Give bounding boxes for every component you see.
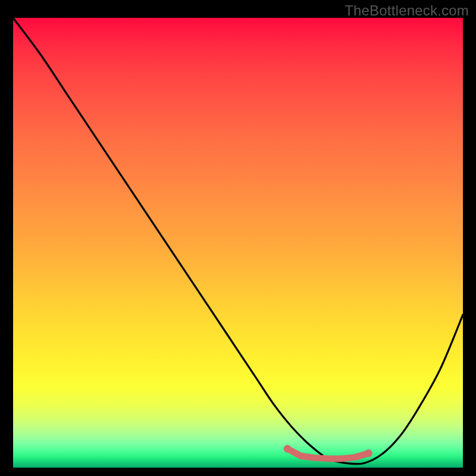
optimal-marker xyxy=(352,454,358,460)
optimal-zone-markers xyxy=(284,445,372,462)
optimal-marker xyxy=(325,456,331,462)
optimal-marker xyxy=(311,455,317,461)
optimal-marker xyxy=(298,453,304,459)
watermark-label: TheBottleneck.com xyxy=(345,2,469,19)
optimal-marker xyxy=(365,449,372,457)
bottleneck-curve xyxy=(13,18,463,464)
chart-container: TheBottleneck.com xyxy=(0,0,476,476)
plot-area xyxy=(13,18,463,468)
optimal-marker xyxy=(284,445,292,453)
optimal-marker xyxy=(339,456,345,462)
chart-svg xyxy=(13,18,463,468)
